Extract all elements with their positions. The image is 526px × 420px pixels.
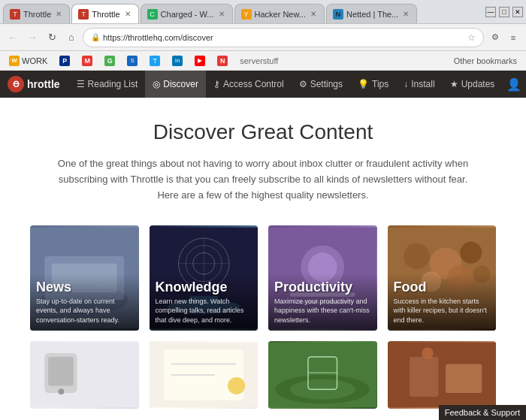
bookmark-paypal[interactable]: P	[55, 54, 74, 68]
page-subtitle: One of the great things about not having…	[53, 156, 473, 203]
bookmark-in[interactable]: in	[168, 54, 187, 68]
tab-throttle-2[interactable]: T Throttle ✕	[71, 4, 138, 23]
bottom-card-sports[interactable]	[268, 341, 377, 409]
title-bar: T Throttle ✕ T Throttle ✕ C Charged - W.…	[0, 0, 526, 24]
knowledge-card-overlay: Knowledge Learn new things. Watch compel…	[150, 273, 258, 331]
tab-charged[interactable]: C Charged - W... ✕	[141, 4, 233, 23]
bottom-card-design[interactable]	[150, 341, 258, 409]
bookmark-netflix[interactable]: N	[213, 54, 232, 68]
twitter-favicon: T	[150, 56, 160, 66]
address-box[interactable]: 🔒 https://throttlehq.com/discover ☆	[83, 28, 484, 47]
productivity-card-overlay: Productivity Maximize your productivity …	[268, 273, 377, 331]
nav-discover-label: Discover	[163, 79, 198, 89]
bookmark-twitter[interactable]: T	[145, 54, 165, 68]
other-bookmarks[interactable]: Other bookmarks	[449, 55, 521, 67]
svg-point-41	[422, 348, 433, 359]
g-favicon: G	[104, 56, 115, 66]
tab-favicon-2: T	[78, 9, 89, 20]
tab-throttle-1[interactable]: T Throttle ✕	[3, 4, 70, 23]
tab-favicon-5: N	[333, 9, 343, 20]
user-icon[interactable]: 👤	[502, 77, 526, 92]
feedback-button[interactable]: Feedback & Support	[439, 405, 526, 420]
back-button[interactable]: ←	[5, 29, 21, 46]
home-button[interactable]: ⌂	[63, 29, 80, 46]
knowledge-card-title: Knowledge	[156, 279, 252, 295]
news-card-title: News	[36, 279, 133, 295]
nav-access-control[interactable]: ⚷ Access Control	[206, 71, 292, 98]
bookmark-g[interactable]: G	[100, 54, 119, 68]
tab-hackernews[interactable]: Y Hacker New... ✕	[234, 4, 325, 23]
tab-close-3[interactable]: ✕	[217, 9, 226, 19]
nav-reading-list[interactable]: ☰ Reading List	[69, 71, 146, 98]
bottom-card-tech[interactable]	[30, 341, 139, 409]
tab-label-5: Netted | The...	[346, 10, 398, 19]
food-card-overlay: Food Success in the kitchen starts with …	[388, 273, 497, 331]
menu-icon[interactable]: ≡	[505, 29, 521, 46]
bookmark-work-label: WORK	[22, 56, 47, 65]
svg-rect-39	[409, 357, 438, 397]
extensions-icon[interactable]: ⚙	[487, 29, 503, 46]
nav-updates[interactable]: ★ Updates	[443, 71, 503, 98]
app-nav: ϴ hrottle ☰ Reading List ◎ Discover ⚷ Ac…	[0, 71, 526, 98]
browser-toolbar-icons: ⚙ ≡	[487, 29, 521, 46]
tab-label-3: Charged - W...	[161, 10, 214, 19]
tab-close-5[interactable]: ✕	[401, 9, 410, 19]
nav-reading-list-label: Reading List	[88, 79, 138, 89]
tab-close-4[interactable]: ✕	[309, 9, 318, 19]
bookmark-youtube[interactable]: ▶	[190, 54, 210, 68]
svg-point-27	[59, 389, 65, 395]
tech-card-bg	[30, 341, 139, 409]
food-card-desc: Success in the kitchen starts with kille…	[394, 297, 491, 325]
tab-label-1: Throttle	[23, 10, 51, 19]
bookmark-work[interactable]: W WORK	[5, 54, 52, 68]
access-control-icon: ⚷	[213, 79, 220, 89]
close-button[interactable]: ✕	[512, 7, 523, 17]
tips-icon: 💡	[358, 79, 369, 89]
refresh-button[interactable]: ↻	[44, 29, 60, 46]
nav-discover[interactable]: ◎ Discover	[145, 71, 206, 98]
s1-favicon: S	[127, 56, 138, 66]
bookmark-gmail[interactable]: M	[77, 54, 97, 68]
nav-settings[interactable]: ⚙ Settings	[292, 71, 350, 98]
install-icon: ↓	[404, 79, 408, 89]
minimize-button[interactable]: —	[485, 7, 496, 17]
svg-point-32	[228, 377, 245, 394]
forward-button[interactable]: →	[24, 29, 41, 46]
tab-favicon-4: Y	[241, 9, 252, 20]
sports-card-bg	[268, 341, 377, 409]
tab-close-2[interactable]: ✕	[123, 9, 132, 19]
reading-list-icon: ☰	[77, 79, 85, 89]
bookmark-serverstuff[interactable]: serverstuff	[235, 55, 283, 67]
svg-rect-26	[48, 357, 74, 386]
bookmark-s1[interactable]: S	[122, 54, 142, 68]
card-food[interactable]: Food Success in the kitchen starts with …	[388, 225, 497, 331]
nav-access-control-label: Access Control	[223, 79, 284, 89]
svg-rect-40	[446, 364, 482, 394]
app-logo[interactable]: ϴ hrottle	[8, 76, 60, 92]
card-productivity[interactable]: Productivity Maximize your productivity …	[268, 225, 377, 331]
serverstuff-label: serverstuff	[240, 56, 278, 65]
design-card-bg	[150, 341, 258, 409]
svg-point-20	[460, 242, 482, 264]
news-card-desc: Stay up-to-date on current events, and a…	[36, 297, 133, 325]
bottom-card-lifestyle[interactable]	[388, 341, 497, 409]
bottom-cards-row	[30, 341, 496, 409]
card-news[interactable]: News Stay up-to-date on current events, …	[30, 225, 139, 331]
nav-install[interactable]: ↓ Install	[396, 71, 442, 98]
updates-icon: ★	[450, 79, 458, 89]
tab-close-1[interactable]: ✕	[54, 9, 63, 19]
bookmark-star-icon[interactable]: ☆	[467, 32, 476, 43]
address-bar-row: ← → ↻ ⌂ 🔒 https://throttlehq.com/discove…	[0, 24, 526, 51]
nav-updates-label: Updates	[461, 79, 495, 89]
nav-tips[interactable]: 💡 Tips	[350, 71, 396, 98]
svg-point-18	[404, 243, 430, 270]
productivity-card-desc: Maximize your productivity and happiness…	[274, 297, 371, 325]
cards-grid: News Stay up-to-date on current events, …	[30, 225, 496, 331]
card-knowledge[interactable]: Knowledge Learn new things. Watch compel…	[150, 225, 258, 331]
tab-netted[interactable]: N Netted | The... ✕	[326, 4, 417, 23]
news-card-overlay: News Stay up-to-date on current events, …	[30, 273, 139, 331]
knowledge-card-desc: Learn new things. Watch compelling talks…	[156, 297, 252, 325]
paypal-favicon: P	[59, 56, 70, 66]
maximize-button[interactable]: □	[499, 7, 509, 17]
settings-icon: ⚙	[299, 79, 307, 89]
